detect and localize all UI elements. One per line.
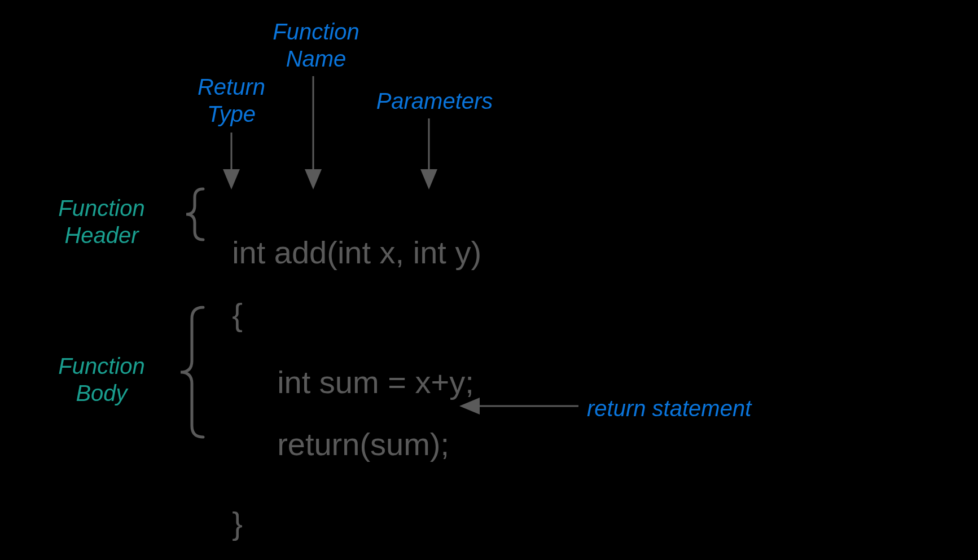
text-return-statement: return statement — [587, 396, 751, 421]
label-return-statement: return statement — [587, 395, 790, 422]
text-parameters: Parameters — [376, 89, 493, 113]
label-function-name: Function Name — [260, 18, 372, 72]
code-line-2: { — [214, 259, 243, 333]
diagram-overlay — [0, 0, 978, 560]
text-function-body-2: Body — [76, 381, 127, 405]
code-line-1-text: int add(int x, int y) — [232, 235, 481, 270]
label-parameters: Parameters — [361, 87, 508, 114]
brace-function-header — [186, 189, 203, 240]
code-line-5: } — [214, 468, 243, 541]
code-line-1: int add(int x, int y) — [214, 197, 481, 271]
label-return-type: Return Type — [186, 73, 277, 127]
text-return-type-1: Return — [198, 74, 265, 99]
text-return-type-2: Type — [207, 102, 256, 126]
code-line-5-text: } — [232, 505, 243, 541]
brace-function-body — [181, 307, 203, 437]
text-function-name-1: Function — [273, 19, 359, 44]
text-function-header-1: Function — [58, 196, 144, 221]
code-line-4-text: return(sum); — [277, 426, 449, 462]
code-line-4: return(sum); — [260, 389, 449, 462]
text-function-header-2: Header — [64, 223, 138, 248]
label-function-header: Function Header — [45, 195, 158, 249]
code-line-2-text: { — [232, 297, 243, 332]
text-function-name-2: Name — [286, 46, 347, 71]
label-function-body: Function Body — [45, 352, 158, 407]
text-function-body-1: Function — [58, 354, 144, 378]
